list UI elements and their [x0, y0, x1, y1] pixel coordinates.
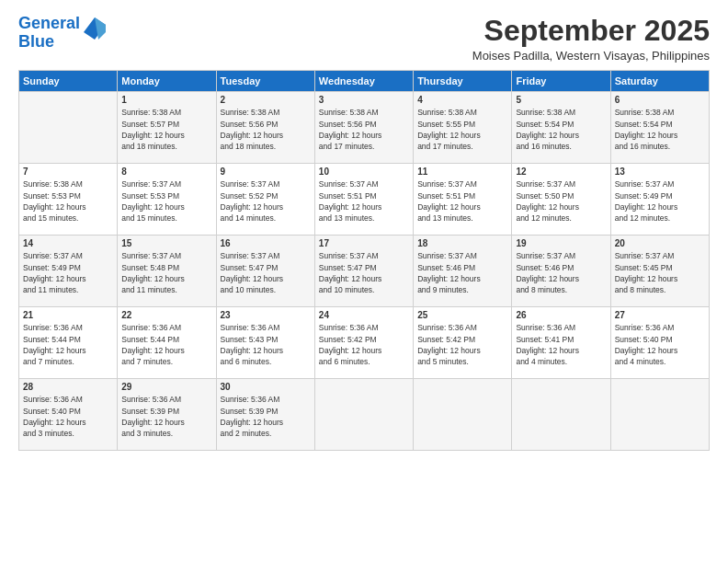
- cell-text: Daylight: 12 hours: [319, 273, 409, 284]
- cell-text: Daylight: 12 hours: [23, 201, 113, 213]
- title-block: September 2025 Moises Padilla, Western V…: [472, 15, 710, 63]
- cell-text: Daylight: 12 hours: [121, 273, 211, 284]
- cell-text: Sunrise: 5:36 AM: [221, 394, 311, 405]
- day-number: 21: [23, 310, 113, 320]
- weekday-header-wednesday: Wednesday: [314, 71, 413, 92]
- cell-text: Sunrise: 5:37 AM: [417, 178, 507, 190]
- cell-text: Daylight: 12 hours: [121, 417, 211, 428]
- calendar-week-5: 28Sunrise: 5:36 AMSunset: 5:40 PMDayligh…: [19, 379, 710, 451]
- calendar-cell: 8Sunrise: 5:37 AMSunset: 5:53 PMDaylight…: [118, 164, 216, 236]
- cell-text: Daylight: 12 hours: [221, 130, 311, 141]
- cell-text: Daylight: 12 hours: [615, 345, 705, 356]
- cell-text: Daylight: 12 hours: [121, 130, 211, 141]
- cell-text: Sunrise: 5:37 AM: [23, 250, 113, 261]
- cell-text: and 3 minutes.: [121, 428, 211, 439]
- day-number: 5: [516, 95, 606, 105]
- calendar-cell: 3Sunrise: 5:38 AMSunset: 5:56 PMDaylight…: [314, 92, 413, 164]
- cell-text: Sunset: 5:53 PM: [23, 190, 113, 201]
- cell-text: Daylight: 12 hours: [221, 273, 311, 284]
- calendar-cell: 6Sunrise: 5:38 AMSunset: 5:54 PMDaylight…: [610, 92, 709, 164]
- cell-text: Sunset: 5:39 PM: [221, 406, 311, 417]
- cell-text: Sunrise: 5:38 AM: [417, 107, 507, 118]
- cell-text: Daylight: 12 hours: [615, 201, 705, 213]
- cell-text: Daylight: 12 hours: [23, 273, 113, 284]
- day-number: 30: [221, 382, 311, 392]
- calendar-cell: 10Sunrise: 5:37 AMSunset: 5:51 PMDayligh…: [314, 164, 413, 236]
- cell-text: and 12 minutes.: [516, 213, 606, 224]
- cell-text: Sunset: 5:53 PM: [121, 190, 211, 201]
- cell-text: Sunset: 5:50 PM: [516, 190, 606, 201]
- calendar-cell: 24Sunrise: 5:36 AMSunset: 5:42 PMDayligh…: [314, 307, 413, 379]
- cell-text: Sunrise: 5:36 AM: [23, 394, 113, 405]
- cell-text: and 16 minutes.: [615, 141, 705, 152]
- cell-text: Sunrise: 5:38 AM: [23, 178, 113, 190]
- cell-text: and 12 minutes.: [615, 213, 705, 224]
- day-number: 10: [319, 167, 409, 177]
- cell-text: Sunrise: 5:37 AM: [221, 250, 311, 261]
- logo-icon: [84, 17, 106, 40]
- day-number: 24: [319, 310, 409, 320]
- cell-text: Sunrise: 5:37 AM: [121, 250, 211, 261]
- calendar-cell: 21Sunrise: 5:36 AMSunset: 5:44 PMDayligh…: [19, 307, 118, 379]
- cell-text: and 14 minutes.: [221, 213, 311, 224]
- calendar-cell: 2Sunrise: 5:38 AMSunset: 5:56 PMDaylight…: [216, 92, 314, 164]
- cell-text: Sunset: 5:47 PM: [221, 262, 311, 273]
- calendar-cell: [414, 379, 512, 451]
- day-number: 15: [121, 238, 211, 248]
- cell-text: Sunset: 5:46 PM: [417, 262, 507, 273]
- calendar-cell: 29Sunrise: 5:36 AMSunset: 5:39 PMDayligh…: [118, 379, 216, 451]
- calendar-cell: 27Sunrise: 5:36 AMSunset: 5:40 PMDayligh…: [610, 307, 709, 379]
- calendar-cell: 28Sunrise: 5:36 AMSunset: 5:40 PMDayligh…: [19, 379, 118, 451]
- cell-text: Sunrise: 5:38 AM: [319, 107, 409, 118]
- calendar-cell: 5Sunrise: 5:38 AMSunset: 5:54 PMDaylight…: [512, 92, 610, 164]
- cell-text: and 13 minutes.: [319, 213, 409, 224]
- cell-text: Sunset: 5:56 PM: [319, 119, 409, 130]
- calendar-cell: 17Sunrise: 5:37 AMSunset: 5:47 PMDayligh…: [314, 236, 413, 307]
- day-number: 16: [221, 238, 311, 248]
- day-number: 6: [615, 95, 705, 105]
- calendar-cell: 22Sunrise: 5:36 AMSunset: 5:44 PMDayligh…: [118, 307, 216, 379]
- cell-text: Sunset: 5:56 PM: [221, 119, 311, 130]
- day-number: 8: [121, 167, 211, 177]
- cell-text: Sunset: 5:40 PM: [615, 334, 705, 345]
- cell-text: Sunset: 5:54 PM: [516, 119, 606, 130]
- day-number: 4: [417, 95, 507, 105]
- calendar-cell: 9Sunrise: 5:37 AMSunset: 5:52 PMDaylight…: [216, 164, 314, 236]
- cell-text: Sunset: 5:54 PM: [615, 119, 705, 130]
- header: GeneralBlue September 2025 Moises Padill…: [18, 15, 710, 63]
- weekday-header-monday: Monday: [118, 71, 216, 92]
- cell-text: Sunset: 5:41 PM: [516, 334, 606, 345]
- cell-text: Daylight: 12 hours: [417, 130, 507, 141]
- cell-text: and 8 minutes.: [516, 284, 606, 295]
- cell-text: Daylight: 12 hours: [417, 201, 507, 213]
- cell-text: Sunset: 5:43 PM: [221, 334, 311, 345]
- calendar-week-2: 7Sunrise: 5:38 AMSunset: 5:53 PMDaylight…: [19, 164, 710, 236]
- weekday-header-row: SundayMondayTuesdayWednesdayThursdayFrid…: [19, 71, 710, 92]
- cell-text: and 4 minutes.: [615, 356, 705, 367]
- cell-text: Sunset: 5:44 PM: [23, 334, 113, 345]
- cell-text: Daylight: 12 hours: [319, 345, 409, 356]
- calendar-cell: 26Sunrise: 5:36 AMSunset: 5:41 PMDayligh…: [512, 307, 610, 379]
- calendar-cell: 15Sunrise: 5:37 AMSunset: 5:48 PMDayligh…: [118, 236, 216, 307]
- calendar-cell: 11Sunrise: 5:37 AMSunset: 5:51 PMDayligh…: [414, 164, 512, 236]
- cell-text: and 8 minutes.: [615, 284, 705, 295]
- page: GeneralBlue September 2025 Moises Padill…: [0, 0, 728, 563]
- cell-text: Sunset: 5:49 PM: [615, 190, 705, 201]
- day-number: 22: [121, 310, 211, 320]
- cell-text: Daylight: 12 hours: [319, 130, 409, 141]
- cell-text: Daylight: 12 hours: [615, 130, 705, 141]
- cell-text: and 7 minutes.: [23, 356, 113, 367]
- cell-text: Sunrise: 5:36 AM: [23, 322, 113, 333]
- cell-text: and 6 minutes.: [221, 356, 311, 367]
- cell-text: Sunset: 5:47 PM: [319, 262, 409, 273]
- cell-text: Sunrise: 5:38 AM: [516, 107, 606, 118]
- cell-text: Sunset: 5:42 PM: [417, 334, 507, 345]
- logo: GeneralBlue: [18, 15, 106, 52]
- cell-text: Sunrise: 5:36 AM: [121, 394, 211, 405]
- calendar-cell: 18Sunrise: 5:37 AMSunset: 5:46 PMDayligh…: [414, 236, 512, 307]
- cell-text: and 13 minutes.: [417, 213, 507, 224]
- cell-text: Daylight: 12 hours: [516, 345, 606, 356]
- cell-text: Sunrise: 5:36 AM: [121, 322, 211, 333]
- day-number: 18: [417, 238, 507, 248]
- cell-text: Daylight: 12 hours: [121, 345, 211, 356]
